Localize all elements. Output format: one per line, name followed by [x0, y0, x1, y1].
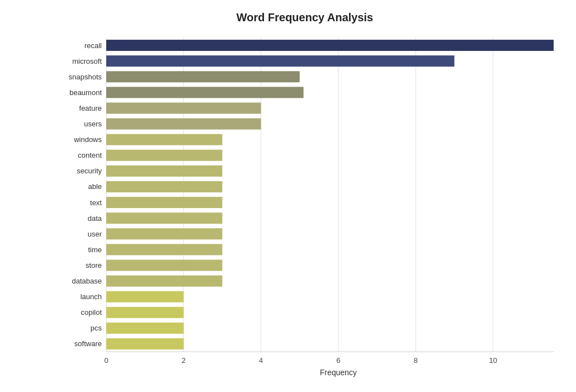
- svg-text:4: 4: [259, 356, 263, 365]
- svg-text:0: 0: [104, 356, 108, 365]
- bar-label-windows: windows: [73, 135, 102, 144]
- bar-label-data: data: [88, 214, 102, 223]
- svg-text:8: 8: [414, 356, 418, 365]
- chart-svg: 024681012Frequencyrecallmicrosoftsnapsho…: [56, 33, 554, 380]
- bar-copilot: [106, 307, 183, 318]
- bar-beaumont: [106, 87, 304, 98]
- bar-label-text: text: [90, 199, 102, 207]
- bar-data: [106, 212, 223, 224]
- bar-label-copilot: copilot: [81, 308, 102, 317]
- bar-database: [106, 276, 223, 287]
- bar-store: [106, 259, 223, 271]
- bar-security: [106, 166, 223, 177]
- bar-label-feature: feature: [79, 104, 102, 112]
- svg-text:10: 10: [489, 356, 497, 365]
- bar-label-database: database: [72, 277, 102, 285]
- bar-feature: [106, 102, 261, 114]
- bar-able: [106, 181, 223, 192]
- bar-launch: [106, 291, 183, 303]
- bar-label-store: store: [86, 261, 102, 270]
- bar-time: [106, 244, 223, 255]
- chart-title: Word Frequency Analysis: [56, 11, 554, 24]
- bar-users: [106, 119, 261, 130]
- bar-label-user: user: [88, 230, 102, 238]
- bar-label-recall: recall: [84, 41, 102, 50]
- bar-snapshots: [106, 71, 300, 82]
- bar-label-able: able: [88, 182, 102, 191]
- bar-text: [106, 197, 223, 208]
- bar-label-software: software: [74, 339, 102, 348]
- bar-content: [106, 150, 223, 161]
- chart-container: Word Frequency Analysis 024681012Frequen…: [0, 0, 576, 392]
- bar-label-security: security: [77, 167, 102, 175]
- bar-recall: [106, 40, 554, 51]
- svg-text:2: 2: [182, 356, 186, 365]
- bar-label-microsoft: microsoft: [72, 57, 102, 65]
- bar-label-snapshots: snapshots: [69, 73, 102, 81]
- svg-text:6: 6: [336, 356, 340, 365]
- bar-label-pcs: pcs: [91, 324, 102, 332]
- bar-pcs: [106, 323, 183, 334]
- bar-user: [106, 228, 223, 239]
- bar-microsoft: [106, 55, 455, 67]
- svg-text:Frequency: Frequency: [320, 368, 357, 377]
- bar-windows: [106, 134, 223, 145]
- bar-label-launch: launch: [81, 292, 102, 301]
- bar-label-time: time: [88, 245, 102, 254]
- bar-label-content: content: [78, 151, 102, 159]
- bar-software: [106, 338, 183, 350]
- bar-label-beaumont: beaumont: [69, 88, 102, 97]
- bar-label-users: users: [84, 120, 102, 128]
